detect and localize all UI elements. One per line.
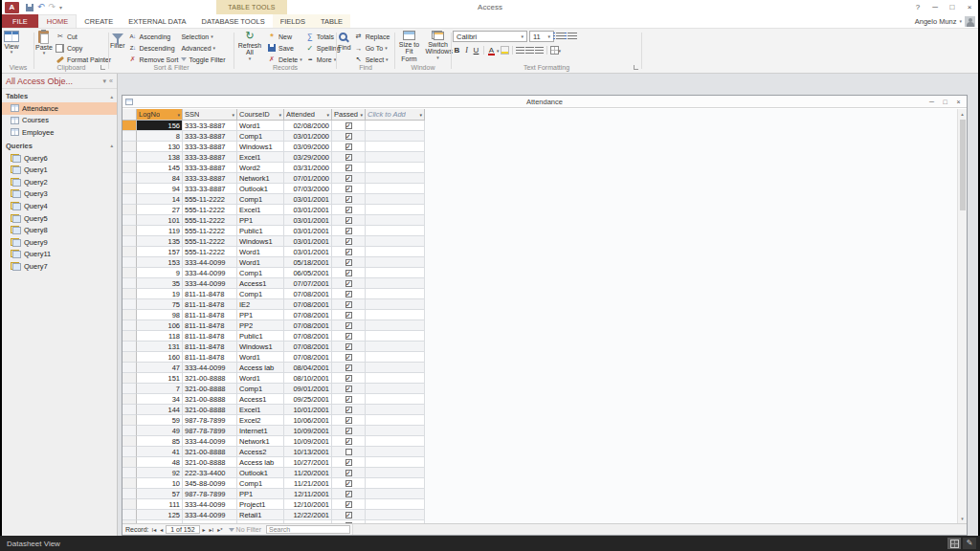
cell-courseid[interactable]: Project1 (237, 499, 284, 510)
cell-click-to-add[interactable] (366, 499, 425, 510)
scroll-up-icon[interactable]: ▴ (958, 109, 967, 119)
cell-passed[interactable] (332, 468, 366, 478)
filter-arrow-icon[interactable]: ▾ (359, 112, 363, 118)
cell-attended[interactable]: 07/08/2001 (284, 289, 332, 299)
cell-click-to-add[interactable] (366, 310, 425, 320)
passed-checkbox[interactable] (345, 364, 352, 371)
cell-logno[interactable]: 49 (137, 426, 183, 436)
cell-attended[interactable]: 07/08/2001 (284, 331, 332, 342)
cell-ssn[interactable]: 345-88-0099 (183, 478, 237, 489)
cell-courseid[interactable]: Internet1 (237, 426, 284, 436)
cell-passed[interactable] (332, 384, 366, 394)
column-header-courseid[interactable]: CourseID▾ (237, 109, 284, 121)
row-selector[interactable] (122, 489, 137, 499)
ribbon-tab-table[interactable]: TABLE (313, 14, 350, 28)
cut-button[interactable]: ✂ Cut (56, 31, 111, 42)
cell-click-to-add[interactable] (366, 373, 425, 384)
cell-passed[interactable] (332, 331, 366, 342)
cell-passed[interactable] (332, 342, 366, 352)
cell-logno[interactable]: 75 (137, 299, 183, 310)
cell-passed[interactable] (332, 121, 366, 131)
passed-checkbox[interactable] (345, 249, 352, 255)
cell-logno[interactable]: 8 (137, 131, 183, 142)
cell-logno[interactable]: 106 (137, 320, 183, 331)
cell-ssn[interactable]: 321-00-8888 (183, 405, 237, 415)
row-selector[interactable] (122, 426, 137, 436)
ribbon-tab-database-tools[interactable]: DATABASE TOOLS (194, 14, 273, 28)
passed-checkbox[interactable] (345, 228, 352, 234)
help-icon[interactable]: ? (909, 0, 926, 14)
cell-ssn[interactable]: 555-11-2222 (183, 194, 237, 205)
cell-passed[interactable] (332, 405, 366, 415)
row-selector[interactable] (122, 247, 137, 257)
cell-attended[interactable]: 03/31/2000 (284, 163, 332, 173)
cell-ssn[interactable]: 333-44-0099 (183, 436, 237, 447)
cell-attended[interactable]: 07/07/2001 (284, 278, 332, 289)
cell-logno[interactable]: 35 (137, 278, 183, 289)
cell-courseid[interactable]: Word1 (237, 247, 284, 257)
go-to-button[interactable]: → Go To▾ (354, 42, 390, 54)
cell-attended[interactable]: 12/22/2001 (284, 510, 332, 520)
row-selector[interactable] (122, 299, 137, 310)
row-selector[interactable] (122, 142, 137, 152)
cell-attended[interactable]: 10/27/2001 (284, 457, 332, 468)
nav-query-query9[interactable]: Query9 (2, 236, 117, 249)
cell-logno[interactable]: 10 (137, 478, 183, 489)
row-selector[interactable] (122, 257, 137, 268)
ribbon-tab-home[interactable]: HOME (38, 14, 78, 28)
search-input[interactable] (266, 525, 350, 534)
column-header-click-to-add[interactable]: Click to Add▾ (366, 109, 425, 121)
cell-click-to-add[interactable] (366, 247, 425, 257)
passed-checkbox[interactable] (345, 512, 352, 518)
collapse-icon[interactable]: ▴ (110, 94, 113, 99)
cell-ssn[interactable]: 333-33-8887 (183, 163, 237, 173)
row-selector[interactable] (122, 205, 137, 215)
cell-attended[interactable]: 03/01/2001 (284, 236, 332, 247)
cell-logno[interactable]: 34 (137, 394, 183, 405)
nav-section-queries[interactable]: Queries ▴ (2, 140, 117, 152)
cell-ssn[interactable]: 555-11-2222 (183, 226, 237, 236)
horizontal-scrollbar[interactable] (352, 524, 967, 535)
cell-courseid[interactable]: Excel1 (237, 205, 284, 215)
cell-passed[interactable] (332, 310, 366, 320)
cell-courseid[interactable]: IE2 (237, 299, 284, 310)
vertical-scrollbar[interactable]: ▴ ▾ (957, 109, 967, 523)
nav-query-query2[interactable]: Query2 (2, 176, 117, 188)
cell-logno[interactable]: 59 (137, 415, 183, 426)
cell-passed[interactable] (332, 173, 366, 184)
cell-click-to-add[interactable] (366, 226, 425, 236)
cell-attended[interactable]: 07/03/2000 (284, 184, 332, 194)
cell-ssn[interactable]: 555-11-2222 (183, 215, 237, 226)
shutter-bar-close-icon[interactable]: « (109, 77, 113, 85)
cell-ssn[interactable]: 811-11-8478 (183, 320, 237, 331)
cell-courseid[interactable]: Public1 (237, 331, 284, 342)
row-selector[interactable] (122, 194, 137, 205)
passed-checkbox[interactable] (345, 280, 352, 287)
cell-passed[interactable] (332, 152, 366, 163)
cell-attended[interactable]: 03/01/2000 (284, 131, 332, 142)
cell-click-to-add[interactable] (366, 131, 425, 142)
cell-logno[interactable]: 160 (137, 352, 183, 363)
cell-logno[interactable]: 131 (137, 342, 183, 352)
cell-attended[interactable]: 03/29/2000 (284, 152, 332, 163)
next-record-icon[interactable]: ▸ (202, 527, 207, 533)
row-selector[interactable] (122, 226, 137, 236)
cell-logno[interactable]: 41 (137, 447, 183, 457)
passed-checkbox[interactable] (345, 322, 352, 329)
font-name-combo[interactable]: Calibri ▾ (453, 31, 527, 42)
passed-checkbox[interactable] (345, 480, 352, 487)
cell-courseid[interactable]: Word1 (237, 121, 284, 131)
cell-courseid[interactable]: Windows1 (237, 236, 284, 247)
passed-checkbox[interactable] (345, 122, 352, 129)
cell-ssn[interactable]: 555-11-2222 (183, 247, 237, 257)
first-record-icon[interactable]: I◂ (151, 527, 158, 533)
cell-logno[interactable]: 14 (137, 194, 183, 205)
cell-attended[interactable]: 10/09/2001 (284, 436, 332, 447)
cell-attended[interactable]: 03/09/2000 (284, 142, 332, 152)
cell-passed[interactable] (332, 142, 366, 152)
cell-click-to-add[interactable] (366, 121, 425, 131)
cell-ssn[interactable]: 811-11-8478 (183, 299, 237, 310)
passed-checkbox[interactable] (345, 196, 352, 203)
cell-courseid[interactable]: Excel1 (237, 405, 284, 415)
cell-courseid[interactable]: Access lab (237, 363, 284, 373)
